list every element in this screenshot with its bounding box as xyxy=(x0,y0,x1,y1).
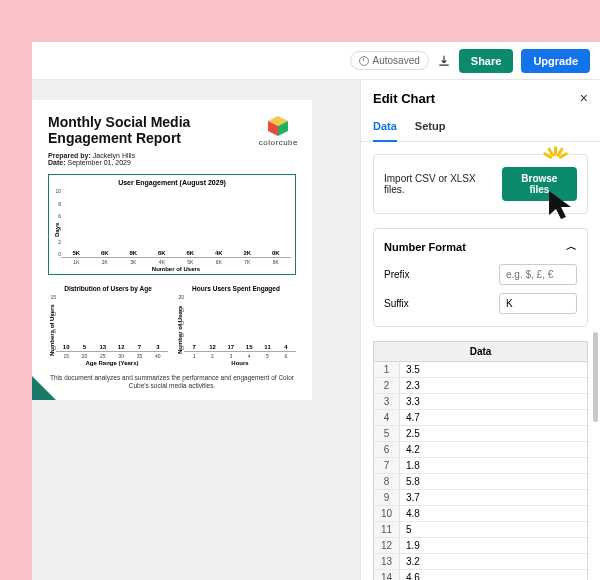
chart-user-engagement[interactable]: User Engagement (August 2029) Days 10864… xyxy=(48,174,296,275)
prefix-label: Prefix xyxy=(384,269,410,280)
tab-setup[interactable]: Setup xyxy=(415,114,446,141)
data-table[interactable]: Data 13.522.333.344.752.564.271.885.893.… xyxy=(373,341,588,580)
table-row[interactable]: 64.2 xyxy=(374,442,587,458)
data-table-header: Data xyxy=(374,342,587,362)
table-row[interactable]: 144.6 xyxy=(374,570,587,580)
cursor-icon xyxy=(547,189,577,227)
table-row[interactable]: 22.3 xyxy=(374,378,587,394)
chevron-up-icon: ︿ xyxy=(566,239,577,254)
panel-tabs: Data Setup xyxy=(361,114,600,142)
report-meta: Prepared by: Jackelyn Hills Date: Septem… xyxy=(48,152,296,166)
main: colorcube Monthly Social Media Engagemen… xyxy=(32,80,600,580)
suffix-label: Suffix xyxy=(384,298,409,309)
app-window: Autosaved Share Upgrade colorcube Monthl… xyxy=(32,42,600,580)
report-page: colorcube Monthly Social Media Engagemen… xyxy=(32,100,312,400)
chart-plot-area: 201510507121715114 xyxy=(184,294,296,352)
download-icon[interactable] xyxy=(437,54,451,68)
table-row[interactable]: 104.8 xyxy=(374,506,587,522)
scrollbar-thumb[interactable] xyxy=(593,332,598,422)
chart-age-distribution[interactable]: Distribution of Users by Age Numbers of … xyxy=(48,285,168,366)
panel-body: Import CSV or XLSX files. Browse files N… xyxy=(361,142,600,580)
svg-marker-3 xyxy=(549,191,571,219)
cube-icon xyxy=(266,116,290,136)
clock-icon xyxy=(359,56,369,66)
table-row[interactable]: 33.3 xyxy=(374,394,587,410)
report-footnote: This document analyzes and summarizes th… xyxy=(48,374,296,390)
chart-hours-engaged[interactable]: Hours Users Spent Engaged Number of User… xyxy=(176,285,296,366)
chart-plot-area: 1086420 5K6K8K6K6K4K2K0K xyxy=(61,188,291,258)
upgrade-button[interactable]: Upgrade xyxy=(521,49,590,73)
suffix-input[interactable] xyxy=(499,293,577,314)
tab-data[interactable]: Data xyxy=(373,114,397,142)
import-text: Import CSV or XLSX files. xyxy=(384,173,496,195)
table-row[interactable]: 44.7 xyxy=(374,410,587,426)
autosaved-label: Autosaved xyxy=(373,55,420,66)
table-row[interactable]: 115 xyxy=(374,522,587,538)
table-row[interactable]: 133.2 xyxy=(374,554,587,570)
number-format-section: Number Format ︿ Prefix Suffix xyxy=(373,228,588,327)
table-row[interactable]: 93.7 xyxy=(374,490,587,506)
table-row[interactable]: 71.8 xyxy=(374,458,587,474)
topbar: Autosaved Share Upgrade xyxy=(32,42,600,80)
autosaved-indicator: Autosaved xyxy=(350,51,429,70)
panel-title: Edit Chart xyxy=(373,91,435,106)
table-row[interactable]: 85.8 xyxy=(374,474,587,490)
import-box: Import CSV or XLSX files. Browse files xyxy=(373,154,588,214)
document-canvas[interactable]: colorcube Monthly Social Media Engagemen… xyxy=(32,80,360,580)
number-format-header[interactable]: Number Format ︿ xyxy=(384,239,577,254)
close-icon[interactable]: × xyxy=(580,90,588,106)
table-row[interactable]: 13.5 xyxy=(374,362,587,378)
highlight-burst-icon xyxy=(539,144,573,164)
table-row[interactable]: 121.9 xyxy=(374,538,587,554)
share-button[interactable]: Share xyxy=(459,49,514,73)
chart-plot-area: 151050105131273 xyxy=(56,294,168,352)
table-row[interactable]: 52.5 xyxy=(374,426,587,442)
corner-accent xyxy=(32,376,56,400)
brand-logo: colorcube xyxy=(259,116,298,147)
edit-chart-panel: Edit Chart × Data Setup Import CSV or XL… xyxy=(360,80,600,580)
brand-name: colorcube xyxy=(259,138,298,147)
prefix-input[interactable] xyxy=(499,264,577,285)
